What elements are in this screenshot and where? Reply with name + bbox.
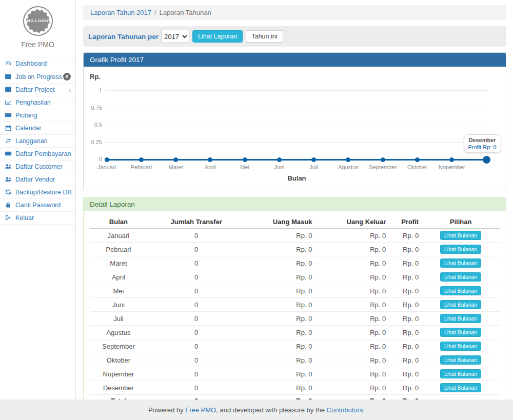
contributors-link[interactable]: Contributors	[327, 406, 363, 414]
count-badge: 0	[63, 73, 71, 81]
sidebar-item-label: Daftar Customer	[15, 163, 63, 170]
sidebar-item-daftar-pembayaran[interactable]: Daftar Pembayaran	[0, 147, 75, 160]
main-content: Laporan Tahun 2017/Laporan Tahunan Lapor…	[76, 0, 513, 399]
sidebar-menu: DashboardJob on Progress0Daftar Project‹…	[0, 57, 75, 225]
cell-profit: Rp. 0	[389, 298, 422, 312]
detail-panel-body: BulanJumlah TransferUang MasukUang Kelua…	[84, 211, 506, 399]
sidebar-item-job-on-progress[interactable]: Job on Progress0	[0, 70, 75, 83]
sidebar-item-dashboard[interactable]: Dashboard	[0, 57, 75, 70]
sidebar-item-backup-restore-db[interactable]: Backup/Restore DB	[0, 186, 75, 198]
sidebar-item-calendar[interactable]: Calendar	[0, 122, 75, 134]
sidebar-item-langganan[interactable]: Langganan	[0, 134, 75, 147]
cell-transfer: 0	[147, 256, 246, 270]
cell-month: Mei	[90, 284, 147, 298]
view-report-button[interactable]: Lihat Laporan	[192, 30, 243, 43]
total-profit: Rp. 0	[389, 395, 422, 400]
table-row-agustus: Agustus0Rp. 0Rp. 0Rp. 0Lihat Bulanan	[90, 326, 500, 339]
detail-panel-title: Detail Laporan	[84, 197, 506, 211]
cell-transfer: 0	[147, 298, 246, 312]
view-month-button-september[interactable]: Lihat Bulanan	[440, 342, 481, 351]
cell-month: Maret	[90, 256, 147, 270]
chart-panel-title: Grafik Profit 2017	[84, 53, 506, 67]
cell-transfer: 0	[147, 243, 246, 256]
this-year-button[interactable]: Tahun ini	[246, 30, 283, 43]
cell-uang-masuk: Rp. 0	[246, 367, 315, 381]
breadcrumb-current: Laporan Tahunan	[160, 9, 211, 16]
cell-transfer: 0	[147, 353, 246, 367]
sidebar-item-daftar-vendor[interactable]: Daftar Vendor	[0, 173, 75, 186]
breadcrumb-link[interactable]: Laporan Tahun 2017	[90, 9, 151, 16]
brand-name: Free PMO	[0, 41, 75, 49]
breadcrumb: Laporan Tahun 2017/Laporan Tahunan	[83, 5, 506, 20]
data-point-nopember[interactable]	[449, 157, 454, 162]
users-icon	[5, 163, 12, 170]
y-tick-label: 1	[84, 87, 102, 93]
cell-uang-keluar: Rp. 0	[315, 381, 389, 395]
cell-uang-masuk: Rp. 0	[246, 339, 315, 353]
view-month-button-juni[interactable]: Lihat Bulanan	[440, 300, 481, 309]
y-gridline	[106, 108, 488, 108]
cell-uang-keluar: Rp. 0	[315, 229, 389, 243]
view-month-button-maret[interactable]: Lihat Bulanan	[440, 258, 481, 268]
sidebar-item-daftar-project[interactable]: Daftar Project‹	[0, 83, 75, 96]
cell-uang-keluar: Rp. 0	[315, 367, 389, 381]
data-point-juli[interactable]	[311, 157, 316, 162]
data-point-agustus[interactable]	[346, 157, 350, 162]
year-select[interactable]: 2017	[162, 30, 189, 43]
cell-profit: Rp. 0	[389, 312, 422, 326]
money-icon	[5, 150, 12, 157]
data-point-september[interactable]	[381, 157, 385, 162]
view-month-button-oktober[interactable]: Lihat Bulanan	[440, 355, 481, 365]
data-point-juni[interactable]	[277, 157, 282, 162]
cell-uang-keluar: Rp. 0	[315, 256, 389, 270]
data-point-desember[interactable]	[483, 156, 490, 164]
data-point-april[interactable]	[208, 157, 212, 162]
total-label: Total	[90, 395, 147, 400]
total-empty-cell	[422, 395, 500, 400]
view-month-button-januari[interactable]: Lihat Bulanan	[440, 231, 481, 240]
table-row-oktober: Oktober0Rp. 0Rp. 0Rp. 0Lihat Bulanan	[90, 353, 500, 367]
sidebar-item-piutang[interactable]: Piutang	[0, 109, 75, 122]
view-month-button-pebruari[interactable]: Lihat Bulanan	[440, 245, 481, 254]
data-point-mei[interactable]	[243, 157, 247, 162]
view-month-button-juli[interactable]: Lihat Bulanan	[440, 314, 481, 323]
sidebar-item-label: Calendar	[15, 125, 42, 132]
breadcrumb-separator: /	[154, 9, 156, 16]
tooltip-value: Profit Rp: 0	[468, 144, 497, 150]
view-month-button-nopember[interactable]: Lihat Bulanan	[440, 369, 481, 378]
cell-month: Desember	[90, 381, 147, 395]
freepmo-link[interactable]: Free PMO	[185, 406, 216, 414]
table-row-mei: Mei0Rp. 0Rp. 0Rp. 0Lihat Bulanan	[90, 284, 500, 298]
table-row-januari: Januari0Rp. 0Rp. 0Rp. 0Lihat Bulanan	[90, 229, 500, 243]
sidebar-item-penghasilan[interactable]: Penghasilan	[0, 96, 75, 109]
profit-chart-panel: Grafik Profit 2017 Rp. Desember Profit R…	[83, 52, 506, 191]
cell-profit: Rp. 0	[389, 270, 422, 284]
view-month-button-april[interactable]: Lihat Bulanan	[440, 272, 481, 282]
footer-text: Powered by Free PMO, and developed with …	[148, 406, 365, 414]
data-point-pebruari[interactable]	[139, 157, 144, 162]
cell-profit: Rp. 0	[389, 367, 422, 381]
view-month-button-agustus[interactable]: Lihat Bulanan	[440, 328, 481, 337]
sidebar-item-label: Backup/Restore DB	[15, 189, 72, 196]
tachometer-icon	[5, 60, 12, 67]
cell-uang-keluar: Rp. 0	[315, 298, 389, 312]
data-point-januari[interactable]	[105, 157, 109, 162]
cell-profit: Rp. 0	[389, 339, 422, 353]
cell-uang-keluar: Rp. 0	[315, 339, 389, 353]
line-chart-icon	[5, 99, 12, 106]
users-icon	[5, 176, 12, 183]
cell-uang-keluar: Rp. 0	[315, 270, 389, 284]
y-gridline	[106, 142, 488, 143]
data-point-maret[interactable]	[173, 157, 178, 162]
data-point-oktober[interactable]	[415, 157, 420, 162]
cell-month: Nopember	[90, 367, 147, 381]
sidebar-item-ganti-password[interactable]: Ganti Password	[0, 198, 75, 211]
sidebar-item-daftar-customer[interactable]: Daftar Customer	[0, 160, 75, 173]
sidebar-item-label: Job on Progress	[15, 73, 62, 81]
cell-month: Agustus	[90, 326, 147, 339]
table-row-september: September0Rp. 0Rp. 0Rp. 0Lihat Bulanan	[90, 339, 500, 353]
sidebar-item-keluar[interactable]: Keluar	[0, 211, 75, 225]
view-month-button-desember[interactable]: Lihat Bulanan	[440, 383, 481, 392]
view-month-button-mei[interactable]: Lihat Bulanan	[440, 286, 481, 295]
sidebar-item-label: Ganti Password	[15, 202, 61, 209]
